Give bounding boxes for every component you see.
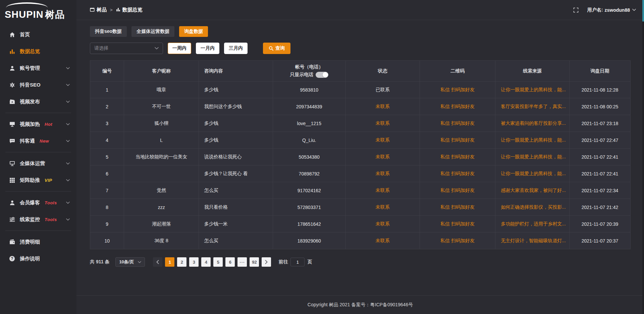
table-row: 6 多少钱？让我死心 看 70898792 未联系 私信 扫码加好友 让你一眼就… <box>90 165 631 182</box>
fullscreen-icon[interactable] <box>573 7 579 13</box>
chevron-down-icon <box>66 179 70 181</box>
qr-link[interactable]: 私信 扫码加好友 <box>420 98 495 115</box>
source-link[interactable]: 感谢大家喜欢我家，被问了好... <box>495 182 570 199</box>
range-one-month-button[interactable]: 一月内 <box>196 43 219 54</box>
page-button[interactable]: 1 <box>165 257 174 267</box>
sidebar-item-doukeTong[interactable]: 抖客通 New <box>0 133 76 149</box>
cell-nickname: 不可一世 <box>124 98 199 115</box>
qr-link[interactable]: 私信 扫码加好友 <box>420 82 495 98</box>
sidebar-item-operation-guide[interactable]: ? 操作说明 <box>0 250 76 267</box>
source-link[interactable]: 让你一眼就爱上的黑科技，能... <box>495 82 570 98</box>
col-header-inquiry-date: 询盘日期 <box>569 61 630 82</box>
screen-heat-icon <box>9 121 15 127</box>
cell-nickname: L <box>124 132 199 149</box>
status-badge: 未联系 <box>345 115 420 132</box>
sidebar-item-data-overview[interactable]: 数据总览 <box>0 43 76 60</box>
qr-link[interactable]: 私信 扫码加好友 <box>420 115 495 132</box>
source-link[interactable]: 客厅安装投影半年多了，真实... <box>495 98 570 115</box>
sidebar-item-lead-monitoring[interactable]: 线索监控 Tools <box>0 211 76 228</box>
qr-link[interactable]: 私信 扫码加好友 <box>420 182 495 199</box>
page-button[interactable]: ··· <box>237 257 247 267</box>
qr-link[interactable]: 私信 扫码加好友 <box>420 216 495 232</box>
toggle-knob <box>323 72 328 77</box>
tab-douyin-seo-data[interactable]: 抖音seo数据 <box>90 26 127 37</box>
breadcrumb-app[interactable]: 树品 <box>90 7 107 13</box>
qr-link[interactable]: 私信 扫码加好友 <box>420 132 495 149</box>
goto-page-input[interactable] <box>290 258 305 266</box>
bar-chart-icon <box>9 49 15 54</box>
range-one-week-button[interactable]: 一周内 <box>168 43 191 54</box>
page-button[interactable]: 3 <box>189 257 199 267</box>
sidebar-item-matrix-boost[interactable]: 矩阵助推 VIP <box>0 172 76 189</box>
table-header-row: 编号 客户昵称 咨询内容 帐号（电话） 只显示电话 状态 二维码 线索来源 <box>90 61 631 82</box>
query-button[interactable]: 查询 <box>263 43 290 54</box>
wallet-icon <box>9 239 15 245</box>
cell-content: 怎么买 <box>199 232 273 249</box>
sidebar-item-douyin-seo[interactable]: 抖音SEO <box>0 76 76 93</box>
logo-text-cn: 树品 <box>45 10 65 19</box>
account-select[interactable]: 请选择 <box>90 43 163 54</box>
cell-account: 917024162 <box>273 182 345 199</box>
page-button[interactable]: 5 <box>213 257 223 267</box>
page-buttons: 123456···92 <box>165 257 259 267</box>
cell-content: 说说价格让我死心 <box>199 149 273 165</box>
cell-date: 2021-11-07 20:39 <box>569 216 630 232</box>
brand-logo: SHUPIN 树品 <box>0 0 76 21</box>
cell-id: 10 <box>90 232 124 249</box>
cell-id: 7 <box>90 182 124 199</box>
sidebar-divider <box>5 152 71 152</box>
cell-account: 572803371 <box>273 199 345 216</box>
prev-page-button[interactable] <box>153 257 162 267</box>
sidebar-item-label: 抖客通 <box>20 138 35 144</box>
gear-icon <box>9 82 15 88</box>
page-button[interactable]: 4 <box>201 257 211 267</box>
username-label: 用户名: <box>587 7 603 13</box>
table-row: 3 狐小狸 多少钱 love__1215 未联系 私信 扫码加好友 被大家追着问… <box>90 115 631 132</box>
page-size-select[interactable]: 10条/页 <box>115 257 145 267</box>
user-menu[interactable]: 用户名: zswodun88 <box>587 7 636 13</box>
source-link[interactable]: 让你一眼就爱上的黑科技，能... <box>495 149 570 165</box>
qr-link[interactable]: 私信 扫码加好友 <box>420 165 495 182</box>
page-button[interactable]: 2 <box>177 257 186 267</box>
source-link[interactable]: 让你一眼就爱上的黑科技，能... <box>495 132 570 149</box>
source-link[interactable]: 多功能护栏灯，适用于乡村文... <box>495 216 570 232</box>
qr-link[interactable]: 私信 扫码加好友 <box>420 199 495 216</box>
chevron-down-icon <box>138 261 141 263</box>
tab-inquiry-data[interactable]: 询盘数据 <box>179 26 208 37</box>
page-button[interactable]: 92 <box>250 257 259 267</box>
scrollbar-thumb[interactable] <box>642 0 644 21</box>
sidebar-item-member-blast[interactable]: 会员爆客 Tools <box>0 194 76 211</box>
sidebar-item-media-operations[interactable]: 全媒体运营 <box>0 155 76 172</box>
bar-chart-icon <box>116 7 120 13</box>
status-badge: 未联系 <box>345 98 420 115</box>
cell-date: 2021-11-07 20:37 <box>569 232 630 249</box>
qr-link[interactable]: 私信 扫码加好友 <box>420 149 495 165</box>
sidebar-item-consumption-details[interactable]: 消费明细 <box>0 233 76 250</box>
chevron-down-icon <box>66 123 70 125</box>
next-page-button[interactable] <box>262 257 271 267</box>
total-count: 共 911 条 <box>90 259 109 265</box>
source-link[interactable]: 如何正确选择投影仪，买投影... <box>495 199 570 216</box>
cell-account: 9583810 <box>273 82 345 98</box>
qr-link[interactable]: 私信 扫码加好友 <box>420 232 495 249</box>
source-link[interactable]: 被大家追着问的客厅投影分享... <box>495 115 570 132</box>
sidebar-item-home[interactable]: 首页 <box>0 26 76 43</box>
sidebar-item-video-heating[interactable]: 视频加热 Hot <box>0 116 76 133</box>
cell-content: 多少钱一米 <box>199 216 273 232</box>
cell-account: 183929060 <box>273 232 345 249</box>
page-scrollbar[interactable] <box>642 0 644 314</box>
sidebar-item-account-management[interactable]: 账号管理 <box>0 60 76 76</box>
col-header-lead-source: 线索来源 <box>495 61 570 82</box>
phone-only-toggle[interactable] <box>316 72 328 78</box>
page-button[interactable]: 6 <box>225 257 235 267</box>
status-badge: 未联系 <box>345 232 420 249</box>
source-link[interactable]: 让你一眼就爱上的黑科技，能... <box>495 165 570 182</box>
status-badge: 未联系 <box>345 132 420 149</box>
table-row: 7 觉然 怎么买 917024162 未联系 私信 扫码加好友 感谢大家喜欢我家… <box>90 182 631 199</box>
source-link[interactable]: 无主灯设计，智能磁吸轨道灯... <box>495 232 570 249</box>
cell-date: 2021-11-07 22:47 <box>569 132 630 149</box>
range-three-months-button[interactable]: 三月内 <box>224 43 248 54</box>
tab-media-operations-data[interactable]: 全媒体运营数据 <box>131 26 174 37</box>
sidebar-item-label: 全媒体运营 <box>20 160 45 167</box>
sidebar-item-video-publish[interactable]: 视频发布 <box>0 93 76 110</box>
